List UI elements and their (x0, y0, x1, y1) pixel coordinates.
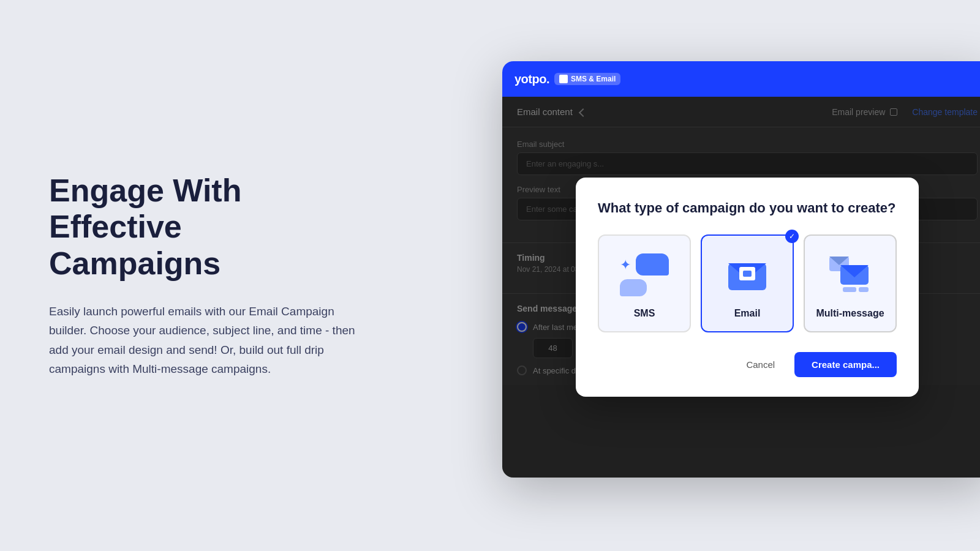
logo-badge: SMS & Email (554, 73, 620, 85)
badge-text: SMS & Email (571, 75, 616, 83)
modal-overlay: What type of campaign do you want to cre… (502, 97, 980, 478)
app-window: yotpo. SMS & Email Email content Email p… (502, 61, 980, 478)
sms-card-label: SMS (634, 308, 655, 319)
sms-icon-wrap: ✦ (620, 253, 669, 296)
app-content: Email content Email preview Change templ… (502, 97, 980, 478)
sms-card-icon: ✦ (620, 250, 669, 299)
email-campaign-card[interactable]: ✓ Ema (701, 234, 794, 332)
modal-footer: Cancel Create campa... (598, 352, 897, 377)
email-card-label: Email (734, 308, 761, 319)
app-header: yotpo. SMS & Email (502, 61, 980, 97)
sms-email-icon (559, 75, 568, 83)
create-campaign-button[interactable]: Create campa... (794, 352, 897, 377)
email-icon-wrap (726, 253, 769, 296)
multi-message-svg (828, 254, 872, 296)
logo-text: yotpo. (514, 72, 549, 86)
selected-checkmark: ✓ (785, 230, 799, 243)
cancel-button[interactable]: Cancel (734, 352, 787, 377)
star-icon: ✦ (620, 257, 631, 273)
description-text: Easily launch powerful emails with our E… (49, 302, 355, 378)
app-logo: yotpo. SMS & Email (514, 72, 620, 86)
multi-card-icon (826, 250, 875, 299)
multi-icon-wrap (826, 253, 875, 296)
sms-bubble-main (636, 253, 669, 276)
svg-rect-8 (843, 287, 856, 292)
email-envelope-svg (726, 257, 769, 293)
left-panel: Engage With Effective Campaigns Easily l… (0, 0, 404, 551)
svg-rect-3 (743, 271, 752, 277)
multi-campaign-card[interactable]: Multi-message (804, 234, 897, 332)
svg-rect-9 (859, 287, 869, 292)
sms-bubble-sub (620, 279, 647, 296)
campaign-cards: ✦ SMS ✓ (598, 234, 897, 332)
campaign-type-modal: What type of campaign do you want to cre… (576, 178, 919, 397)
headline: Engage With Effective Campaigns (49, 173, 355, 282)
sms-campaign-card[interactable]: ✦ SMS (598, 234, 691, 332)
email-card-icon (723, 250, 772, 299)
multi-card-label: Multi-message (816, 308, 884, 319)
modal-title: What type of campaign do you want to cre… (598, 200, 897, 217)
